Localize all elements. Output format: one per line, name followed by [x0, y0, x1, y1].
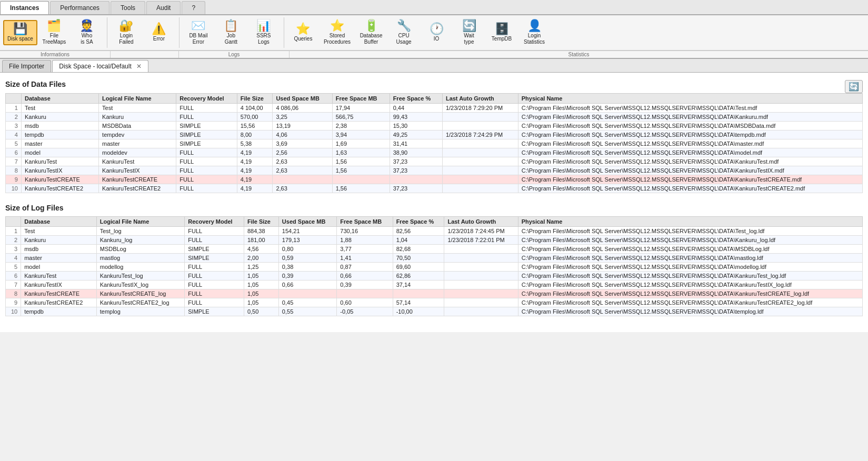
table-row: 6 KankuruTest KankuruTest_log FULL 1,05 …: [6, 272, 863, 280]
row-num: 6: [6, 148, 22, 157]
cell-free: 730,16: [337, 227, 393, 236]
page-tab-file-importer[interactable]: File Importer: [2, 60, 51, 72]
cell-free: -0,05: [337, 307, 393, 316]
cell-logical-name: templog: [96, 307, 185, 316]
cell-freepct: 37,23: [390, 184, 442, 193]
log-col-logical-name: Logical File Name: [96, 217, 185, 227]
cell-physical: C:\Program Files\Microsoft SQL Server\MS…: [518, 280, 862, 289]
row-num: 6: [6, 272, 21, 280]
cell-used: 0,38: [278, 263, 337, 272]
col-autogrowth: Last Auto Growth: [442, 94, 518, 104]
btn-who-is-sa[interactable]: 👮 Whois SA: [71, 17, 103, 48]
cell-used: 2,63: [273, 166, 332, 175]
cell-freepct: 70,50: [393, 254, 444, 263]
cell-recovery: SIMPLE: [176, 122, 237, 131]
table-row: 9 KankuruTestCREATE KankuruTestCREATE FU…: [6, 175, 863, 184]
row-num: 9: [6, 175, 22, 184]
cell-database: model: [21, 148, 98, 157]
table-row: 3 msdb MSDBLog SIMPLE 4,56 0,80 3,77 82,…: [6, 245, 863, 254]
cell-freepct: 37,23: [390, 157, 442, 166]
database-buffer-icon: 🔋: [364, 20, 378, 32]
btn-error[interactable]: ⚠️ Error: [143, 21, 175, 45]
cell-database: tempdb: [21, 131, 98, 139]
btn-wait-type[interactable]: 🔄 Waittype: [453, 17, 485, 48]
cell-free: 1,88: [337, 236, 393, 245]
cell-free: 0,60: [337, 298, 393, 307]
cell-filesize: 570,00: [237, 113, 273, 122]
close-tab-icon[interactable]: ✕: [136, 63, 142, 70]
tab-instances[interactable]: Instances: [0, 1, 49, 14]
cell-free: 3,94: [332, 131, 390, 139]
cell-freepct: 69,60: [393, 263, 444, 272]
cell-autogrowth: [444, 263, 518, 272]
tab-audit[interactable]: Audit: [146, 1, 181, 14]
cell-physical: C:\Program Files\Microsoft SQL Server\MS…: [518, 166, 862, 175]
cell-logical-name: modellog: [96, 263, 185, 272]
btn-stored-procedures[interactable]: ⭐ StoredProcedures: [320, 17, 354, 48]
page-tab-disk-space[interactable]: Disk Space - local/Default ✕: [52, 60, 148, 72]
cell-used: 3,25: [273, 113, 332, 122]
cell-autogrowth: [442, 148, 518, 157]
tab-help[interactable]: ?: [182, 1, 205, 14]
btn-ssrs-logs[interactable]: 📊 SSRSLogs: [248, 17, 280, 48]
cell-used: 4 086,06: [273, 104, 332, 113]
data-section-header: 🔄 Size of Data Files: [5, 80, 863, 88]
tab-performances[interactable]: Performances: [50, 1, 109, 14]
cell-autogrowth: [442, 139, 518, 148]
cell-autogrowth: [442, 166, 518, 175]
cell-logical-name: KankuruTestCREATE2: [99, 184, 176, 193]
log-col-used: Used Space MB: [278, 217, 337, 227]
cell-freepct: 37,14: [393, 280, 444, 289]
cell-database: Test: [21, 227, 97, 236]
cell-physical: C:\Program Files\Microsoft SQL Server\MS…: [518, 263, 862, 272]
cell-filesize: 1,05: [244, 289, 278, 298]
table-row: 4 tempdb tempdev SIMPLE 8,00 4,06 3,94 4…: [6, 131, 863, 139]
cell-autogrowth: [444, 298, 518, 307]
btn-db-mail-error[interactable]: ✉️ DB MailError: [183, 17, 214, 48]
btn-file-treemaps[interactable]: 🗂️ FileTreeMaps: [38, 17, 70, 48]
cell-database: msdb: [21, 122, 98, 131]
tempdb-icon: 🗄️: [495, 23, 509, 35]
toolbar: 💾 Disk space 🗂️ FileTreeMaps 👮 Whois SA …: [0, 15, 868, 59]
btn-queries[interactable]: ⭐ Queries: [287, 21, 319, 45]
btn-io[interactable]: 🕐 IO: [421, 21, 452, 45]
table-row: 4 master mastlog SIMPLE 2,00 0,59 1,41 7…: [6, 254, 863, 263]
section-label-statistics: Statistics: [290, 51, 868, 58]
cell-recovery: FULL: [185, 272, 244, 280]
table-row: 5 model modellog FULL 1,25 0,38 0,87 69,…: [6, 263, 863, 272]
cell-freepct: 57,14: [393, 298, 444, 307]
cell-used: 154,21: [278, 227, 337, 236]
refresh-button[interactable]: 🔄: [845, 80, 863, 93]
cell-logical-name: KankuruTestIX: [99, 166, 176, 175]
btn-disk-space[interactable]: 💾 Disk space: [3, 20, 37, 45]
main-content: 🔄 Size of Data Files Database Logical Fi…: [0, 73, 868, 332]
log-col-recovery: Recovery Model: [185, 217, 244, 227]
cell-physical: C:\Program Files\Microsoft SQL Server\MS…: [518, 148, 862, 157]
btn-login-statistics[interactable]: 👤 LoginStatistics: [518, 17, 550, 48]
table-row: 6 model modeldev FULL 4,19 2,56 1,63 38,…: [6, 148, 863, 157]
cell-recovery: FULL: [176, 148, 237, 157]
tab-tools[interactable]: Tools: [111, 1, 145, 14]
cell-logical-name: KankuruTest_log: [96, 272, 185, 280]
btn-job-gantt[interactable]: 📋 JobGantt: [215, 17, 247, 48]
cell-free: 566,75: [332, 113, 390, 122]
cell-physical: C:\Program Files\Microsoft SQL Server\MS…: [518, 254, 862, 263]
cell-autogrowth: 1/23/2018 7:24:45 PM: [444, 227, 518, 236]
cell-database: KankuruTestCREATE: [21, 175, 98, 184]
cell-database: KankuruTestCREATE: [21, 289, 97, 298]
cell-physical: C:\Program Files\Microsoft SQL Server\MS…: [518, 113, 862, 122]
table-row: 2 Kankuru Kankuru FULL 570,00 3,25 566,7…: [6, 113, 863, 122]
cell-database: KankuruTestCREATE2: [21, 184, 98, 193]
cell-recovery: FULL: [185, 263, 244, 272]
cell-filesize: 8,00: [237, 131, 273, 139]
toolbar-login-error-group: 🔐 LoginFailed ⚠️ Error: [111, 17, 179, 48]
btn-login-failed[interactable]: 🔐 LoginFailed: [111, 17, 142, 48]
cell-logical-name: KankuruTestCREATE2_log: [96, 298, 185, 307]
btn-cpu-usage[interactable]: 🔧 CPUUsage: [388, 17, 420, 48]
log-col-rownum: [6, 217, 21, 227]
cell-freepct: 99,43: [390, 113, 442, 122]
cell-free: 0,39: [337, 280, 393, 289]
btn-database-buffer[interactable]: 🔋 DatabaseBuffer: [355, 17, 387, 48]
btn-tempdb[interactable]: 🗄️ TempDB: [486, 21, 517, 45]
cell-logical-name: KankuruTestCREATE: [99, 175, 176, 184]
